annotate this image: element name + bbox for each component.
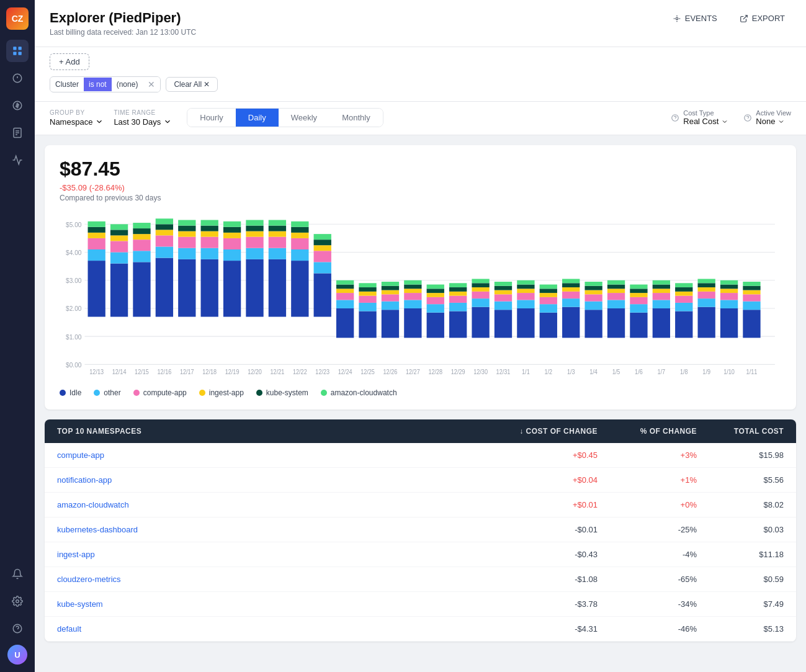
svg-text:1/2: 1/2 (544, 369, 552, 376)
svg-text:1/10: 1/10 (723, 369, 735, 376)
filter-tag-cluster-remove[interactable]: ✕ (143, 77, 160, 92)
export-button[interactable]: EXPORT (733, 10, 791, 27)
events-button[interactable]: EVENTS (666, 10, 723, 27)
total-cost: $87.45 (60, 158, 781, 181)
legend-idle: Idle (60, 388, 81, 397)
time-buttons: Hourly Daily Weekly Monthly (187, 108, 383, 127)
row-pct-change: -4% (598, 550, 697, 559)
filter-tag-cluster-op: is not (84, 78, 112, 91)
row-cost-change: -$0.43 (486, 550, 598, 559)
svg-rect-38 (88, 249, 105, 261)
svg-rect-155 (517, 285, 534, 289)
svg-rect-139 (472, 307, 489, 338)
svg-rect-75 (223, 238, 241, 249)
page-header: Explorer (PiedPiper) Last billing data r… (35, 0, 806, 47)
svg-rect-92 (291, 249, 308, 261)
table-row: default -$4.31 -46% $5.13 (45, 617, 796, 642)
svg-text:12/14: 12/14 (112, 369, 127, 376)
svg-rect-135 (449, 296, 467, 303)
row-total: $0.59 (697, 575, 784, 584)
svg-rect-205 (720, 308, 738, 338)
row-name[interactable]: notification-app (57, 475, 486, 485)
row-total: $5.56 (697, 475, 784, 485)
sidebar-item-insights[interactable] (6, 67, 29, 89)
group-by-select[interactable]: Namespace (50, 117, 104, 127)
svg-rect-79 (246, 259, 263, 317)
svg-text:1/5: 1/5 (612, 369, 620, 376)
legend-ingest-app-label: ingest-app (209, 388, 244, 397)
svg-rect-76 (223, 233, 241, 238)
table-row: ingest-app -$0.43 -4% $11.18 (45, 542, 796, 567)
time-range-select[interactable]: Last 30 Days (114, 117, 172, 127)
hourly-button[interactable]: Hourly (187, 109, 236, 127)
page-title-area: Explorer (PiedPiper) Last billing data r… (50, 10, 196, 37)
sidebar-item-costs[interactable] (6, 94, 29, 117)
row-total: $8.02 (697, 500, 784, 509)
controls-bar: Group By Namespace Time Range Last 30 Da… (35, 102, 806, 135)
user-avatar[interactable]: U (7, 645, 27, 665)
sidebar-item-help[interactable] (6, 617, 29, 640)
svg-rect-210 (720, 280, 738, 285)
row-pct-change: -46% (598, 624, 697, 634)
monthly-button[interactable]: Monthly (329, 109, 383, 127)
weekly-button[interactable]: Weekly (279, 109, 329, 127)
svg-rect-185 (630, 289, 647, 293)
sidebar-item-settings[interactable] (6, 590, 29, 612)
active-view-select[interactable]: None (756, 117, 791, 126)
row-cost-change: -$4.31 (486, 624, 598, 634)
svg-rect-203 (697, 283, 715, 287)
svg-text:$5.00: $5.00 (66, 220, 81, 228)
svg-rect-152 (517, 300, 534, 308)
add-filter-button[interactable]: + Add (50, 53, 89, 70)
svg-rect-95 (291, 227, 308, 233)
row-name[interactable]: default (57, 624, 486, 634)
sidebar-item-anomalies[interactable] (6, 149, 29, 171)
chart-section: $87.45 -$35.09 (-28.64%) Compared to pre… (45, 145, 796, 410)
legend-compute-app: compute-app (133, 388, 187, 397)
legend-other-label: other (104, 388, 120, 397)
clear-all-button[interactable]: Clear All ✕ (166, 77, 218, 92)
svg-rect-47 (110, 230, 128, 235)
row-name[interactable]: compute-app (57, 450, 486, 460)
svg-rect-104 (336, 300, 354, 308)
group-by-chevron-icon (95, 117, 104, 126)
svg-rect-134 (449, 303, 467, 311)
svg-rect-164 (562, 298, 580, 307)
svg-rect-188 (653, 300, 670, 308)
events-icon (673, 14, 681, 23)
svg-rect-74 (223, 249, 241, 261)
svg-rect-144 (472, 279, 489, 283)
svg-rect-137 (449, 287, 467, 292)
cost-type-select[interactable]: Real Cost (683, 117, 728, 126)
daily-button[interactable]: Daily (236, 109, 279, 127)
sidebar-item-reports[interactable] (6, 122, 29, 144)
row-pct-change: -34% (598, 599, 697, 609)
svg-text:$4.00: $4.00 (66, 249, 81, 257)
svg-rect-64 (178, 231, 195, 237)
svg-rect-162 (540, 285, 557, 289)
row-name[interactable]: kube-system (57, 599, 486, 609)
svg-text:$0.00: $0.00 (66, 361, 81, 369)
svg-rect-100 (314, 245, 331, 251)
sidebar-item-alerts[interactable] (6, 563, 29, 585)
svg-rect-180 (607, 280, 625, 285)
sidebar-item-dashboard[interactable] (6, 40, 29, 62)
row-pct-change: +1% (598, 475, 697, 485)
header-actions: EVENTS EXPORT (666, 10, 791, 27)
svg-text:$3.00: $3.00 (66, 277, 81, 285)
table-row: kubernetes-dashboard -$0.01 -25% $0.03 (45, 517, 796, 542)
svg-rect-96 (291, 222, 308, 227)
svg-rect-192 (653, 280, 670, 285)
svg-rect-40 (88, 233, 105, 238)
row-name[interactable]: ingest-app (57, 550, 486, 559)
svg-rect-141 (472, 292, 489, 298)
row-name[interactable]: kubernetes-dashboard (57, 525, 486, 534)
svg-rect-199 (697, 307, 715, 338)
row-name[interactable]: cloudzero-metrics (57, 575, 486, 584)
svg-rect-117 (382, 294, 399, 301)
svg-rect-105 (336, 293, 354, 300)
row-name[interactable]: amazon-cloudwatch (57, 500, 486, 509)
svg-rect-37 (88, 261, 105, 316)
svg-rect-108 (336, 280, 354, 285)
legend-other: other (94, 388, 120, 397)
